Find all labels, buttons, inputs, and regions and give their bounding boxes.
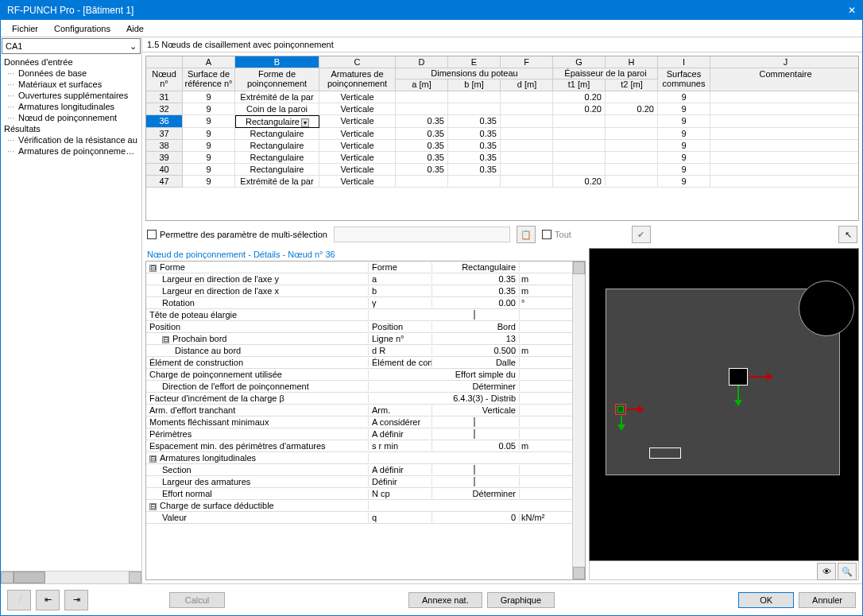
detail-row[interactable]: ⊟Charge de surface déductible [146,500,572,512]
col-letter[interactable]: J [710,56,859,68]
apply-icon[interactable]: ✔ [632,226,651,243]
cell[interactable]: 9 [183,128,235,140]
cell[interactable]: 0.35 [396,128,448,140]
cell[interactable] [606,128,658,140]
col-letter[interactable]: E [448,56,501,68]
cell[interactable]: 9 [658,140,710,152]
col-letter[interactable]: B [235,56,319,68]
cell[interactable] [710,91,859,103]
detail-row[interactable]: Largeur en direction de l'axe x b 0.35 m [146,285,572,297]
tool-icon[interactable]: 🔍 [838,563,857,580]
detail-row[interactable]: Espacement min. des périmètres d'armatur… [146,440,572,452]
detail-value[interactable]: Rectangulaire [432,262,520,272]
cell[interactable]: 0.20 [606,103,658,115]
detail-value[interactable]: Effort simple du [432,370,520,379]
checkbox-icon[interactable] [474,465,475,475]
cell-active[interactable]: Rectangulaire▾ [235,115,319,128]
tree-input-root[interactable]: Données d'entrée [4,56,138,68]
case-combo[interactable]: CA1 ⌄ [2,38,141,54]
detail-row[interactable]: Élément de construction Élément de con: … [146,357,572,369]
help-button[interactable]: ❔ [7,590,31,610]
cell[interactable]: Coin de la paroi [235,103,319,115]
cell[interactable] [553,152,606,164]
tree-item[interactable]: Nœud de poinçonnement [4,112,138,123]
detail-value[interactable]: 13 [432,334,520,343]
detail-value[interactable]: Dalle [432,358,520,367]
cell[interactable] [448,176,501,188]
cell[interactable]: 9 [183,140,235,152]
cell[interactable]: 0.20 [553,176,606,188]
cell[interactable]: 0.35 [396,164,448,176]
cell[interactable]: 0.35 [448,140,501,152]
cell[interactable]: 0.35 [396,115,448,128]
cell[interactable] [448,91,501,103]
detail-row[interactable]: Facteur d'incrément de la charge β 6.4.3… [146,393,572,405]
tree-item[interactable]: Armatures de poinçonnement r [4,145,138,157]
cell[interactable] [606,152,658,164]
cell[interactable] [396,176,448,188]
cell[interactable]: 9 [658,152,710,164]
cell[interactable]: 9 [658,91,710,103]
detail-value[interactable]: 0.00 [432,298,520,308]
col-letter[interactable]: F [501,56,553,68]
nodes-grid[interactable]: ABCDEFGHIJNœud n° Surface de référence n… [145,56,859,221]
col-letter[interactable]: H [606,56,658,68]
col-letter[interactable]: D [396,56,448,68]
cell[interactable]: Verticale [319,140,396,152]
cell[interactable]: 9 [183,91,235,103]
cell[interactable]: 0.20 [553,103,606,115]
cell[interactable] [710,164,859,176]
cell[interactable] [396,103,448,115]
detail-row[interactable]: Distance au bord d R 0.500 m [146,345,572,357]
detail-row[interactable]: Rotation γ 0.00 ° [146,297,572,309]
cell[interactable]: Extrémité de la par [235,91,319,103]
cell[interactable]: 9 [183,164,235,176]
cell[interactable]: 9 [183,103,235,115]
cell[interactable] [553,164,606,176]
detail-row[interactable]: ⊟Armatures longitudinales [146,452,572,464]
next-button[interactable]: ⇥ [64,590,88,610]
prev-button[interactable]: ⇤ [36,590,60,610]
cell[interactable]: Rectangulaire [235,152,319,164]
row-header[interactable]: 39 [146,152,183,164]
checkbox-icon[interactable] [474,477,475,486]
cell[interactable] [501,152,553,164]
cell[interactable]: 9 [183,176,235,188]
navigator-tree[interactable]: Données d'entrée Données de base Matéria… [1,55,141,571]
cell[interactable]: 0.35 [448,164,501,176]
cell[interactable] [710,140,859,152]
cell[interactable]: Verticale [319,152,396,164]
details-grid[interactable]: ⊟Forme Forme Rectangulaire Largeur en di… [145,261,586,580]
cancel-button[interactable]: Annuler [799,592,856,608]
cell[interactable]: 9 [658,176,710,188]
scroll-thumb[interactable] [14,571,45,583]
viewport-3d[interactable] [589,248,859,561]
row-header[interactable]: 36 [146,115,183,128]
tree-item[interactable]: Ouvertures supplémentaires [4,90,138,101]
calcul-button[interactable]: Calcul [169,592,225,608]
cell[interactable] [710,128,859,140]
menu-file[interactable]: Fichier [4,22,46,35]
col-letter[interactable]: A [183,56,235,68]
detail-row[interactable]: Tête de poteau élargie [146,309,572,321]
detail-row[interactable]: Effort normal N cp Déterminer [146,488,572,500]
cell[interactable] [553,128,606,140]
tree-hscroll[interactable] [1,571,141,583]
detail-value[interactable]: 0.500 [432,346,520,355]
col-letter[interactable]: I [658,56,710,68]
cell[interactable] [606,140,658,152]
collapse-icon[interactable]: ⊟ [162,336,169,343]
detail-value[interactable]: Verticale [432,405,520,415]
detail-value[interactable]: 6.4.3(3) - Distrib [432,393,520,403]
select-icon[interactable]: ↖ [838,226,857,243]
cell[interactable] [606,176,658,188]
cell[interactable] [448,103,501,115]
annexe-button[interactable]: Annexe nat. [408,592,482,608]
cell[interactable]: 9 [183,115,235,128]
cell[interactable] [501,103,553,115]
cell[interactable] [710,103,859,115]
cell[interactable] [710,176,859,188]
cell[interactable] [606,164,658,176]
detail-row[interactable]: Section A définir [146,464,572,476]
row-header[interactable]: 47 [146,176,183,188]
